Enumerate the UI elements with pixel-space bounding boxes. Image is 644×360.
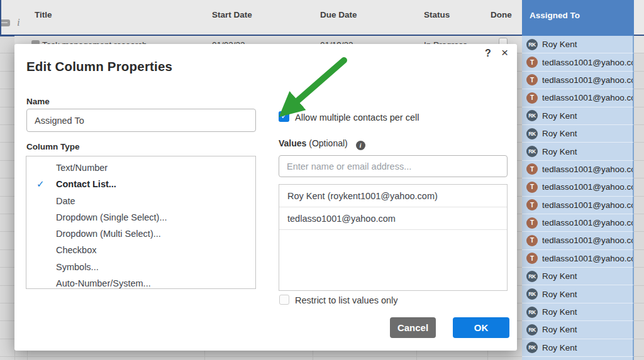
column-type-option[interactable]: ✓ Dropdown (Single Select)...	[26, 209, 255, 226]
column-header-done[interactable]: Done	[491, 10, 512, 19]
assigned-cell[interactable]: T tedlasso1001@yahoo.com	[522, 72, 634, 89]
column-type-option-label: Date	[56, 196, 75, 206]
column-type-option-label: Auto-Number/System...	[56, 278, 151, 288]
contact-avatar: T	[526, 217, 538, 229]
values-optional-label: (Optional)	[309, 138, 347, 148]
values-listbox: Roy Kent (roykent1001@yahoo.com) tedlass…	[279, 184, 508, 291]
column-type-option-label: Dropdown (Single Select)...	[56, 212, 167, 222]
column-type-listbox: ✓ Text/Number ✓ Contact List... ✓ Date ✓…	[26, 156, 256, 289]
column-type-option-label: Dropdown (Multi Select)...	[56, 229, 161, 239]
column-type-option[interactable]: ✓ Auto-Number/System...	[26, 275, 255, 292]
contact-name: tedlasso1001@yahoo.com	[542, 254, 633, 263]
assigned-to-column: Assigned To RK Roy Kent T tedlasso1001@y…	[522, 0, 634, 360]
assigned-cell[interactable]: T tedlasso1001@yahoo.com	[522, 214, 634, 232]
assigned-cell[interactable]: RK Roy Kent	[522, 107, 634, 125]
assigned-cell[interactable]: RK Roy Kent	[522, 339, 634, 357]
contact-avatar: T	[526, 57, 538, 68]
column-header-title[interactable]: Title	[35, 10, 52, 19]
assigned-cell[interactable]: T tedlasso1001@yahoo.com	[522, 161, 634, 178]
column-type-option-label: Contact List...	[56, 179, 116, 189]
contact-name: tedlasso1001@yahoo.com	[542, 182, 633, 192]
assigned-cell[interactable]: T tedlasso1001@yahoo.com	[522, 89, 634, 107]
column-header-status[interactable]: Status	[424, 10, 450, 19]
values-input[interactable]	[279, 155, 508, 177]
contact-avatar: T	[526, 182, 538, 193]
attachment-icon	[0, 19, 10, 26]
dialog-title: Edit Column Properties	[26, 59, 172, 74]
column-header-due-date[interactable]: Due Date	[320, 10, 357, 19]
column-header-assigned-to[interactable]: Assigned To	[522, 0, 634, 36]
info-tooltip-icon[interactable]: i	[356, 141, 365, 150]
column-header-start-date[interactable]: Start Date	[212, 10, 252, 19]
assigned-cell[interactable]: RK Roy Kent	[522, 303, 634, 321]
contact-name: Roy Kent	[542, 325, 577, 334]
contact-avatar: RK	[526, 271, 538, 282]
assigned-cell[interactable]: RK Roy Kent	[522, 268, 634, 285]
cancel-button[interactable]: Cancel	[390, 317, 436, 338]
contact-avatar: RK	[526, 128, 538, 139]
contact-name: Roy Kent	[542, 40, 577, 49]
contact-name: Roy Kent	[542, 111, 577, 121]
column-type-option[interactable]: ✓ Symbols...	[26, 259, 255, 275]
help-icon[interactable]: ?	[485, 48, 491, 59]
allow-multiple-label: Allow multiple contacts per cell	[295, 112, 419, 123]
close-icon[interactable]: ×	[501, 46, 508, 60]
assigned-cell[interactable]: RK Roy Kent	[522, 36, 634, 53]
assigned-cell[interactable]: T tedlasso1001@yahoo.com	[522, 232, 634, 249]
edit-column-properties-dialog: ? × Edit Column Properties Name Column T…	[14, 44, 517, 351]
restrict-checkbox[interactable]	[279, 295, 289, 305]
contact-avatar: RK	[526, 146, 538, 157]
header-left-edge	[0, 0, 1, 36]
assigned-cell[interactable]: T tedlasso1001@yahoo.com	[522, 357, 634, 360]
assigned-cell[interactable]: RK Roy Kent	[522, 125, 634, 143]
contact-name: tedlasso1001@yahoo.com	[542, 236, 633, 245]
column-type-option-label: Checkbox	[56, 245, 96, 255]
contact-name: tedlasso1001@yahoo.com	[542, 75, 633, 85]
restrict-label: Restrict to list values only	[295, 295, 398, 305]
contact-name: Roy Kent	[542, 271, 577, 281]
ok-button[interactable]: OK	[453, 317, 509, 338]
contact-avatar: RK	[526, 307, 538, 318]
column-type-option-label: Symbols...	[56, 262, 99, 272]
contact-avatar: RK	[526, 39, 538, 50]
contact-avatar: RK	[526, 342, 538, 353]
assigned-cell[interactable]: RK Roy Kent	[522, 285, 634, 303]
column-type-option[interactable]: ✓ Text/Number	[26, 160, 255, 176]
values-list-item[interactable]: Roy Kent (roykent1001@yahoo.com)	[279, 185, 507, 207]
column-type-option[interactable]: ✓ Dropdown (Multi Select)...	[26, 226, 255, 242]
assigned-cell[interactable]: T tedlasso1001@yahoo.com	[522, 250, 634, 268]
assigned-cell[interactable]: T tedlasso1001@yahoo.com	[522, 178, 634, 196]
contact-name: Roy Kent	[542, 343, 577, 352]
contact-name: Roy Kent	[542, 307, 577, 317]
column-type-option-label: Text/Number	[56, 163, 108, 173]
assigned-cell[interactable]: RK Roy Kent	[522, 321, 634, 339]
assigned-cell[interactable]: T tedlasso1001@yahoo.com	[522, 197, 634, 214]
values-list-item[interactable]: tedlasso1001@yahoo.com	[279, 207, 507, 230]
contact-name: tedlasso1001@yahoo.com	[542, 218, 633, 227]
name-label: Name	[26, 97, 50, 106]
assigned-cell[interactable]: RK Roy Kent	[522, 143, 634, 160]
contact-name: tedlasso1001@yahoo.com	[542, 93, 633, 102]
contact-name: tedlasso1001@yahoo.com	[542, 200, 633, 210]
assigned-cell-list: RK Roy Kent T tedlasso1001@yahoo.com T t…	[522, 36, 634, 360]
name-input[interactable]	[26, 109, 256, 132]
contact-avatar: T	[526, 235, 538, 246]
column-type-label: Column Type	[26, 142, 80, 151]
info-icon: i	[17, 16, 20, 29]
contact-avatar: RK	[526, 288, 538, 300]
column-type-option[interactable]: ✓ Checkbox	[26, 242, 255, 258]
contact-avatar: T	[526, 199, 538, 210]
contact-name: Roy Kent	[542, 147, 577, 156]
contact-avatar: T	[526, 92, 538, 104]
values-label-bold: Values	[279, 138, 306, 148]
contact-name: tedlasso1001@yahoo.com	[542, 165, 633, 174]
assigned-cell[interactable]: T tedlasso1001@yahoo.com	[522, 53, 634, 71]
column-type-option[interactable]: ✓ Contact List...	[26, 176, 255, 192]
contact-avatar: T	[526, 163, 538, 175]
allow-multiple-checkbox[interactable]: ✓	[279, 111, 289, 122]
contact-avatar: RK	[526, 110, 538, 121]
contact-name: Roy Kent	[542, 290, 577, 299]
column-type-option[interactable]: ✓ Date	[26, 193, 255, 209]
contact-name: tedlasso1001@yahoo.com	[542, 58, 633, 67]
contact-avatar: T	[526, 74, 538, 85]
